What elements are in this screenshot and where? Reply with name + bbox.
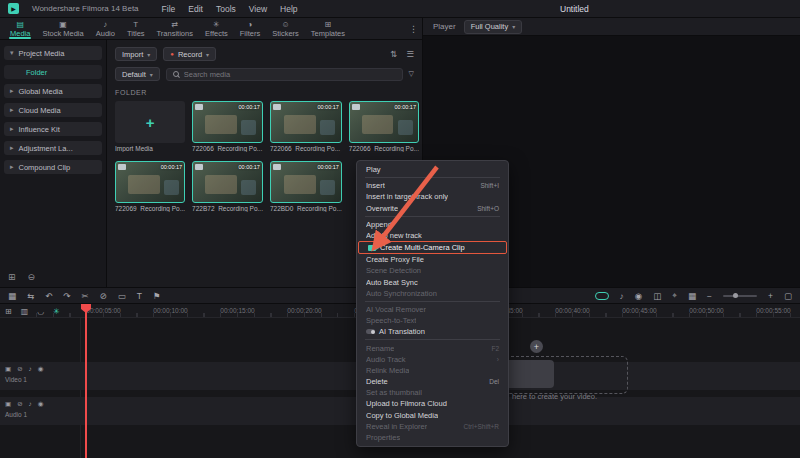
chevron-down-icon: ▾ [206,51,209,58]
new-folder-icon[interactable]: ⊞ [8,272,16,282]
sidebar-item-folder[interactable]: Folder [4,65,102,79]
ctx-item-copy-to-global-media[interactable]: Copy to Global Media [357,410,508,421]
audio-track-header[interactable]: ▣ ⊘ ♪ ◉ Audio 1 [0,397,78,425]
menu-help[interactable]: Help [280,4,297,14]
media-thumbnail[interactable]: 00:00:17 [115,161,185,203]
toggle-track-icon[interactable]: ◉ [38,365,44,373]
snapshot-icon[interactable]: ◫ [653,291,661,301]
ctx-item-ai-translation[interactable]: AI Translation [357,326,508,337]
mute-track-icon[interactable]: ♪ [29,365,32,373]
video-track-header[interactable]: ▣ ⊘ ♪ ◉ Video 1 [0,362,78,390]
redo-icon[interactable]: ↷ [63,291,70,301]
ctx-item-play[interactable]: Play [357,164,508,175]
media-thumbnail[interactable]: 00:00:17 [192,101,263,143]
tab-transitions[interactable]: ⇄Transitions [151,18,199,39]
filter-funnel-icon[interactable]: ▽ [409,70,414,78]
media-item[interactable]: 00:00:17 722066_Recording Po... [349,101,419,152]
view-list-icon[interactable]: ☰ [406,49,414,59]
media-item[interactable]: 00:00:17 722B72_Recording Po... [192,161,263,212]
mute-track-icon[interactable]: ♪ [29,400,32,408]
lock-track-icon[interactable]: ⊘ [17,365,22,373]
import-media-dropzone[interactable]: + [115,101,185,143]
chroma-key-icon[interactable]: ⌖ [672,290,677,301]
ctx-item-add-to-new-track[interactable]: Add to new track [357,230,508,241]
import-media-tile[interactable]: + Import Media [115,101,185,152]
track-height-icon[interactable]: ▥ [21,307,29,316]
media-item[interactable]: 00:00:17 722066_Recording Po... [192,101,263,152]
import-button[interactable]: Import▾ [115,47,157,61]
track-options-icon[interactable]: ▣ [5,400,11,408]
reorder-icon[interactable]: ⇆ [27,291,34,301]
tab-stock-media[interactable]: ▣Stock Media [36,18,89,39]
keyframe-icon[interactable]: ✳ [53,307,60,316]
zoom-out-icon[interactable]: − [707,291,712,301]
default-sort-dropdown[interactable]: Default▾ [115,67,160,81]
chevron-right-icon: ▸ [10,163,14,171]
manage-tracks-icon[interactable]: ⊞ [5,307,12,316]
playhead[interactable] [85,304,87,458]
record-button[interactable]: ●Record▾ [163,47,216,61]
ctx-shortcut: Shift+O [477,205,499,212]
tab-templates[interactable]: ⊞Templates [305,18,351,39]
ctx-item-delete[interactable]: DeleteDel [357,376,508,387]
lock-track-icon[interactable]: ⊘ [17,400,22,408]
tab-media[interactable]: ▤Media [4,18,36,39]
menu-tools[interactable]: Tools [216,4,236,14]
media-thumbnail[interactable]: 00:00:17 [349,101,419,143]
text-tool-icon[interactable]: T [137,291,142,301]
ctx-item-insert[interactable]: InsertShift+I [357,180,508,191]
more-tabs-icon[interactable]: ⋮ [409,24,418,34]
crop-icon[interactable]: ▭ [118,291,126,301]
sidebar-item-global-media[interactable]: ▸Global Media [4,84,102,98]
zoom-in-icon[interactable]: + [768,291,773,301]
media-toggle-icon[interactable]: ▦ [8,291,16,301]
sidebar-item-project-media[interactable]: ▾Project Media [4,46,102,60]
media-thumbnail[interactable]: 00:00:17 [270,161,342,203]
fit-timeline-icon[interactable]: ▢ [784,291,792,301]
quality-dropdown[interactable]: Full Quality▾ [464,20,523,34]
toggle-track-icon[interactable]: ◉ [38,400,44,408]
ctx-item-append[interactable]: Append [357,219,508,230]
split-screen-icon[interactable]: ▦ [688,291,696,301]
menu-file[interactable]: File [162,4,176,14]
ctx-item-create-multi-camera-clip[interactable]: Create Multi-Camera Clip [358,241,507,254]
sidebar-item-adjustment-layer[interactable]: ▸Adjustment La... [4,141,102,155]
voiceover-icon[interactable]: ◉ [635,291,642,301]
media-item[interactable]: 00:00:17 722BD0_Recording Po... [270,161,342,212]
ctx-item-upload-to-filmora-cloud[interactable]: Upload to Filmora Cloud [357,398,508,409]
clip-duration: 00:00:17 [161,164,182,170]
ctx-label: Copy to Global Media [366,411,438,420]
snapping-icon[interactable]: ◡ [37,307,44,316]
default-label: Default [122,70,146,79]
media-item[interactable]: 00:00:17 722069_Recording Po... [115,161,185,212]
menu-edit[interactable]: Edit [188,4,203,14]
ctx-item-create-proxy-file[interactable]: Create Proxy File [357,254,508,265]
tab-effects[interactable]: ✳Effects [199,18,234,39]
marker-icon[interactable]: ⚑ [153,291,161,301]
track-options-icon[interactable]: ▣ [5,365,11,373]
split-icon[interactable]: ✂ [81,291,88,301]
ctx-item-auto-beat-sync[interactable]: Auto Beat Sync [357,277,508,288]
tab-audio[interactable]: ♪Audio [90,18,121,39]
sidebar-item-influence-kit[interactable]: ▸Influence Kit [4,122,102,136]
ctx-item-insert-target-track[interactable]: Insert in target track only [357,191,508,202]
media-thumbnail[interactable]: 00:00:17 [192,161,263,203]
media-thumbnail[interactable]: 00:00:17 [270,101,342,143]
add-media-plus-icon[interactable]: + [530,340,543,353]
menu-view[interactable]: View [249,4,267,14]
sidebar-item-compound-clip[interactable]: ▸Compound Clip [4,160,102,174]
tab-filters[interactable]: ◑Filters [234,18,266,39]
sidebar-item-cloud-media[interactable]: ▸Cloud Media [4,103,102,117]
audio-mixer-icon[interactable]: ♪ [620,291,624,301]
tab-titles[interactable]: TTitles [121,18,151,39]
delete-clip-icon[interactable]: ⊘ [100,291,107,301]
search-input[interactable] [184,70,396,79]
zoom-slider[interactable] [723,295,757,297]
delete-folder-icon[interactable]: ⊖ [28,272,36,282]
sort-icon[interactable]: ⇅ [390,49,397,59]
tab-stickers[interactable]: ☺Stickers [266,18,305,39]
ctx-item-overwrite[interactable]: OverwriteShift+O [357,203,508,214]
undo-icon[interactable]: ↶ [45,291,52,301]
media-item[interactable]: 00:00:17 722066_Recording Po... [270,101,342,152]
preview-render-toggle[interactable] [595,292,609,300]
